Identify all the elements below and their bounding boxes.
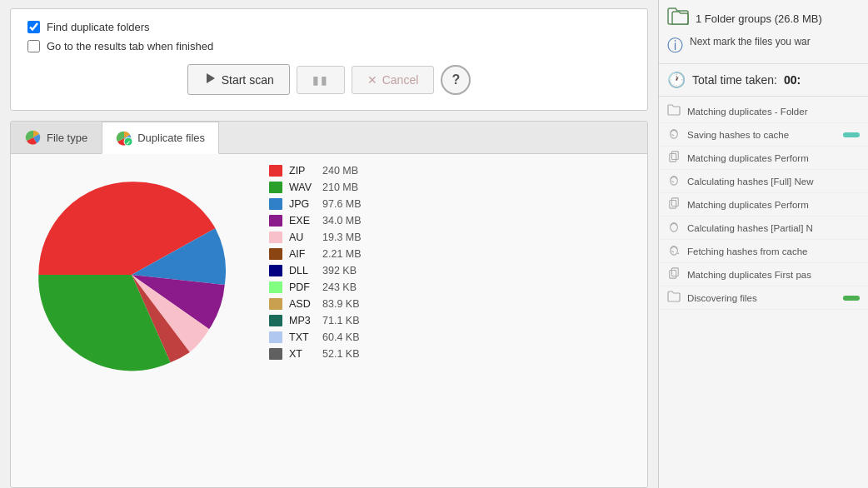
- legend-size-exe: 34.0 MB: [322, 215, 362, 227]
- fingerprint-cache-icon: [667, 244, 681, 258]
- folder-groups-row: 1 Folder groups (26.8 MB): [667, 7, 860, 30]
- svg-rect-10: [671, 198, 678, 207]
- svg-text:✓: ✓: [126, 139, 131, 145]
- pause-button[interactable]: ▮▮: [297, 66, 345, 94]
- log-item-calc-hashes-full: Calculating hashes [Full] New: [659, 170, 868, 193]
- fingerprint-log-icon-1: [667, 127, 681, 142]
- svg-rect-6: [670, 154, 676, 162]
- chart-area: ZIP 240 MB WAV 210 MB JPG 97.6 MB EXE 34…: [11, 154, 647, 487]
- legend-item-txt: TXT 60.4 KB: [269, 329, 639, 346]
- legend-color-xt: [269, 348, 282, 360]
- log-item-matching-folder: Matching duplicates - Folder: [659, 100, 868, 123]
- left-panel: Find duplicate folders Go to the results…: [0, 0, 658, 488]
- legend-color-exe: [269, 215, 282, 227]
- legend-color-aif: [269, 248, 282, 260]
- question-mark-icon: ?: [451, 72, 460, 87]
- legend-color-pdf: [269, 281, 282, 293]
- legend-label-pdf: PDF: [289, 281, 316, 293]
- legend-size-dll: 392 KB: [322, 265, 357, 276]
- tab-duplicate-files-label: Duplicate files: [137, 132, 205, 144]
- legend-label-aif: AIF: [289, 248, 316, 260]
- log-text-matching-dup-2: Matching duplicates Perform: [687, 200, 860, 210]
- log-item-matching-dup-2: Matching duplicates Perform: [659, 193, 868, 217]
- legend-item-wav: WAV 210 MB: [269, 179, 639, 196]
- legend-item-dll: DLL 392 KB: [269, 262, 639, 279]
- legend-size-xt: 52.1 KB: [322, 348, 359, 360]
- log-text-discovering: Discovering files: [687, 293, 836, 303]
- legend-color-jpg: [269, 198, 282, 210]
- log-text-matching-dup-1: Matching duplicates Perform: [687, 153, 860, 163]
- svg-point-5: [671, 130, 678, 139]
- legend-item-xt: XT 52.1 KB: [269, 346, 639, 362]
- tab-file-type-label: File type: [47, 132, 87, 144]
- log-item-calc-hashes-partial: Calculating hashes [Partial] N: [659, 217, 868, 240]
- log-indicator-saving-hashes: [843, 132, 860, 137]
- log-indicator-discovering: [843, 296, 860, 301]
- tab-file-type[interactable]: File type: [11, 122, 102, 153]
- folder-groups-icon: [667, 7, 689, 30]
- tab-duplicate-files[interactable]: ✓ Duplicate files: [102, 122, 219, 154]
- fingerprint-log-icon-2: [667, 174, 681, 188]
- folder-log-icon: [667, 104, 681, 118]
- legend-size-asd: 83.9 KB: [322, 298, 359, 310]
- legend-item-exe: EXE 34.0 MB: [269, 212, 639, 229]
- log-text-matching-folder: Matching duplicates - Folder: [687, 107, 860, 117]
- file-copy-log-icon-3: [667, 267, 681, 281]
- file-type-tab-icon: [25, 129, 42, 146]
- info-circle-icon: ⓘ: [667, 35, 683, 57]
- cancel-x-icon: ✕: [367, 73, 377, 87]
- find-duplicate-label: Find duplicate folders: [47, 21, 150, 33]
- svg-point-8: [671, 177, 678, 186]
- legend-item-au: AU 19.3 MB: [269, 229, 639, 246]
- right-panel: 1 Folder groups (26.8 MB) ⓘ Next mark th…: [658, 0, 868, 488]
- legend-container[interactable]: ZIP 240 MB WAV 210 MB JPG 97.6 MB EXE 34…: [252, 162, 639, 479]
- svg-point-12: [671, 246, 678, 256]
- button-row: Start scan ▮▮ ✕ Cancel ?: [27, 64, 631, 95]
- folder-groups-text: 1 Folder groups (26.8 MB): [696, 12, 822, 25]
- file-copy-log-icon-1: [667, 151, 681, 165]
- goto-results-checkbox[interactable]: [27, 40, 40, 52]
- legend-label-asd: ASD: [289, 298, 316, 310]
- find-duplicate-checkbox[interactable]: [27, 21, 40, 33]
- legend-size-pdf: 243 KB: [322, 281, 357, 293]
- folder-discover-icon: [667, 291, 681, 305]
- legend-size-wav: 210 MB: [322, 182, 358, 193]
- log-item-matching-dup-1: Matching duplicates Perform: [659, 147, 868, 170]
- pause-icon: ▮▮: [312, 73, 329, 87]
- time-row: 🕐 Total time taken: 00:: [659, 64, 868, 97]
- log-text-calc-hashes-partial: Calculating hashes [Partial] N: [687, 223, 860, 233]
- log-item-matching-first: Matching duplicates First pas: [659, 263, 868, 286]
- legend-label-wav: WAV: [289, 182, 316, 193]
- legend-item-jpg: JPG 97.6 MB: [269, 196, 639, 212]
- legend-size-au: 19.3 MB: [322, 232, 362, 243]
- svg-marker-0: [207, 73, 215, 83]
- fingerprint-log-icon-3: [667, 221, 681, 235]
- legend-label-au: AU: [289, 232, 316, 243]
- legend-color-asd: [269, 298, 282, 310]
- help-button[interactable]: ?: [441, 65, 471, 95]
- log-text-saving-hashes: Saving hashes to cache: [687, 130, 836, 140]
- legend-color-dll: [269, 265, 282, 276]
- legend-size-jpg: 97.6 MB: [322, 198, 362, 210]
- log-item-discovering: Discovering files: [659, 286, 868, 310]
- total-time-label: Total time taken:: [692, 73, 777, 87]
- svg-rect-9: [670, 201, 676, 209]
- legend-label-dll: DLL: [289, 265, 316, 276]
- start-scan-label: Start scan: [222, 73, 274, 87]
- legend-color-au: [269, 232, 282, 243]
- file-copy-log-icon-2: [667, 197, 681, 212]
- legend-label-jpg: JPG: [289, 198, 316, 210]
- legend-item-zip: ZIP 240 MB: [269, 162, 639, 179]
- svg-rect-14: [671, 268, 678, 276]
- top-section: Find duplicate folders Go to the results…: [10, 8, 648, 111]
- right-top-info: 1 Folder groups (26.8 MB) ⓘ Next mark th…: [659, 0, 868, 64]
- legend-color-mp3: [269, 315, 282, 326]
- total-time-value: 00:: [784, 73, 801, 87]
- cancel-button[interactable]: ✕ Cancel: [352, 66, 435, 94]
- scan-log: Matching duplicates - Folder Saving hash…: [659, 97, 868, 488]
- log-item-fetching-hashes: Fetching hashes from cache: [659, 240, 868, 263]
- log-text-matching-first: Matching duplicates First pas: [687, 270, 860, 280]
- legend-color-txt: [269, 331, 282, 343]
- svg-rect-7: [671, 152, 678, 160]
- start-scan-button[interactable]: Start scan: [187, 64, 290, 95]
